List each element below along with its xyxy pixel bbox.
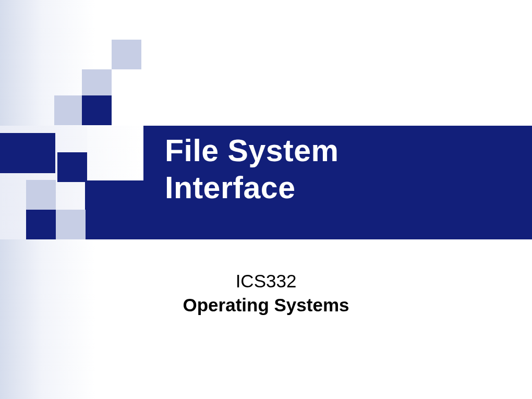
slide-subtitle: ICS332 Operating Systems <box>0 269 532 317</box>
slide-title: File System Interface <box>165 132 338 207</box>
decorative-square <box>85 126 143 180</box>
title-line-1: File System <box>165 132 338 170</box>
decorative-square <box>82 95 112 125</box>
decorative-square <box>112 40 141 69</box>
title-line-2: Interface <box>165 170 338 207</box>
decorative-square <box>26 180 56 210</box>
decorative-square <box>26 210 56 239</box>
subtitle-line-1: ICS332 <box>0 269 532 293</box>
decorative-square <box>54 95 84 125</box>
decorative-square <box>57 152 87 182</box>
subtitle-line-2: Operating Systems <box>0 293 532 317</box>
decorative-square <box>0 133 55 173</box>
decorative-square <box>56 210 86 239</box>
decorative-square <box>55 126 87 152</box>
decorative-square <box>82 69 112 99</box>
